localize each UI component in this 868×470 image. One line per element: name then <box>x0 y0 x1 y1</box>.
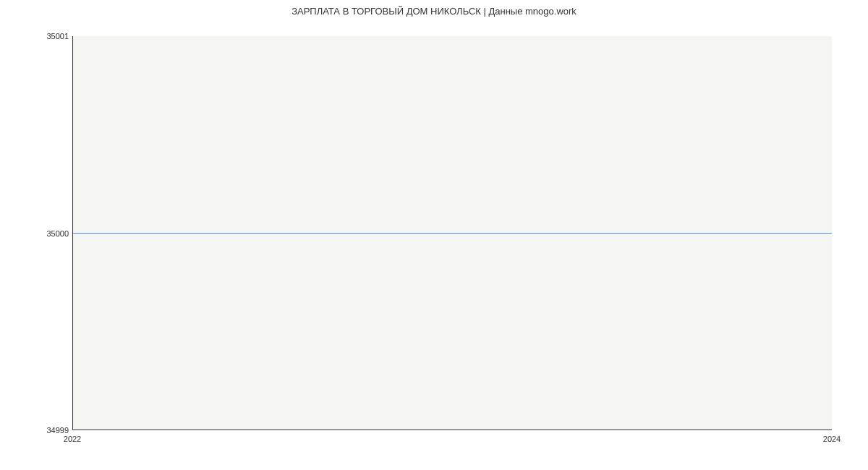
y-tick-label: 35001 <box>46 32 69 40</box>
data-line <box>73 233 832 234</box>
chart-title: ЗАРПЛАТА В ТОРГОВЫЙ ДОМ НИКОЛЬСК | Данны… <box>0 0 868 17</box>
plot-area <box>72 36 832 430</box>
x-tick-label: 2022 <box>64 435 81 443</box>
y-tick-label: 35000 <box>46 229 69 238</box>
x-tick-label: 2024 <box>823 435 841 443</box>
chart-container: 35001 35000 34999 2022 2024 <box>72 36 832 430</box>
y-tick-label: 34999 <box>46 426 69 435</box>
